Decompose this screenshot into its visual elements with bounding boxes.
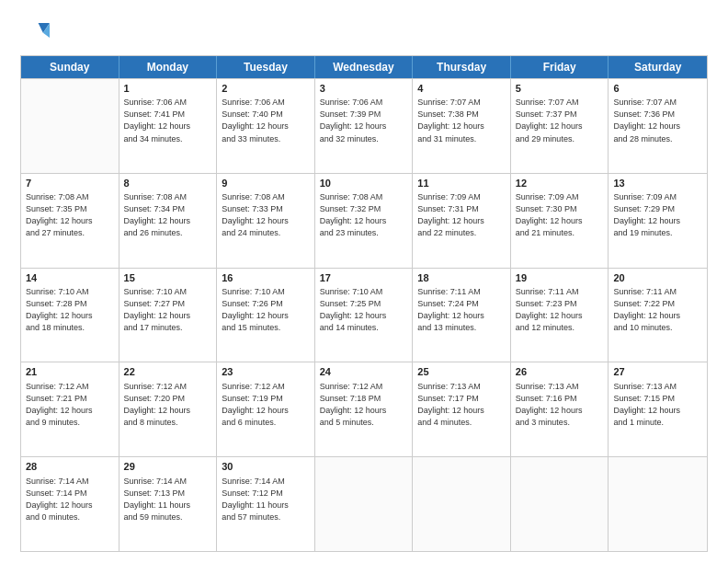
week-row-2: 7Sunrise: 7:08 AM Sunset: 7:35 PM Daylig… [21,173,707,268]
day-number: 2 [222,82,310,96]
day-cell-empty [21,79,119,173]
day-cell-13: 13Sunrise: 7:09 AM Sunset: 7:29 PM Dayli… [609,174,707,268]
cell-info: Sunrise: 7:12 AM Sunset: 7:20 PM Dayligh… [124,381,212,429]
calendar-header: SundayMondayTuesdayWednesdayThursdayFrid… [21,56,707,78]
day-cell-29: 29Sunrise: 7:14 AM Sunset: 7:13 PM Dayli… [119,457,218,551]
cell-info: Sunrise: 7:13 AM Sunset: 7:16 PM Dayligh… [516,381,604,429]
day-header-saturday: Saturday [609,56,707,78]
day-cell-18: 18Sunrise: 7:11 AM Sunset: 7:24 PM Dayli… [413,269,511,362]
day-cell-6: 6Sunrise: 7:07 AM Sunset: 7:36 PM Daylig… [609,79,707,173]
cell-info: Sunrise: 7:10 AM Sunset: 7:27 PM Dayligh… [124,286,212,334]
day-cell-23: 23Sunrise: 7:12 AM Sunset: 7:19 PM Dayli… [217,362,315,456]
day-number: 4 [417,82,506,96]
cell-info: Sunrise: 7:11 AM Sunset: 7:22 PM Dayligh… [613,286,702,334]
cell-info: Sunrise: 7:14 AM Sunset: 7:13 PM Dayligh… [124,476,212,523]
day-cell-10: 10Sunrise: 7:08 AM Sunset: 7:32 PM Dayli… [315,174,414,268]
day-cell-7: 7Sunrise: 7:08 AM Sunset: 7:35 PM Daylig… [21,174,119,268]
day-number: 15 [124,271,212,285]
day-number: 10 [320,177,408,190]
day-header-monday: Monday [119,56,218,78]
day-header-sunday: Sunday [21,56,119,78]
day-cell-27: 27Sunrise: 7:13 AM Sunset: 7:15 PM Dayli… [609,362,707,456]
day-cell-empty [511,457,609,551]
day-number: 8 [124,177,212,190]
cell-info: Sunrise: 7:06 AM Sunset: 7:41 PM Dayligh… [124,97,212,144]
day-cell-8: 8Sunrise: 7:08 AM Sunset: 7:34 PM Daylig… [119,174,218,268]
page-header [20,17,708,46]
day-number: 12 [516,177,604,190]
calendar-body: 1Sunrise: 7:06 AM Sunset: 7:41 PM Daylig… [21,78,707,551]
day-number: 30 [222,460,310,474]
day-number: 20 [613,271,702,285]
cell-info: Sunrise: 7:10 AM Sunset: 7:26 PM Dayligh… [222,286,310,334]
day-cell-26: 26Sunrise: 7:13 AM Sunset: 7:16 PM Dayli… [511,362,609,456]
day-cell-1: 1Sunrise: 7:06 AM Sunset: 7:41 PM Daylig… [119,79,218,173]
cell-info: Sunrise: 7:14 AM Sunset: 7:14 PM Dayligh… [26,476,114,523]
day-number: 3 [320,82,408,96]
day-number: 23 [222,365,310,379]
day-cell-empty [413,457,511,551]
cell-info: Sunrise: 7:08 AM Sunset: 7:34 PM Dayligh… [124,191,212,239]
cell-info: Sunrise: 7:11 AM Sunset: 7:24 PM Dayligh… [417,286,506,334]
cell-info: Sunrise: 7:09 AM Sunset: 7:31 PM Dayligh… [417,191,506,239]
cell-info: Sunrise: 7:13 AM Sunset: 7:17 PM Dayligh… [417,381,506,429]
day-cell-15: 15Sunrise: 7:10 AM Sunset: 7:27 PM Dayli… [119,269,218,362]
day-cell-28: 28Sunrise: 7:14 AM Sunset: 7:14 PM Dayli… [21,457,119,551]
day-cell-3: 3Sunrise: 7:06 AM Sunset: 7:39 PM Daylig… [315,79,414,173]
day-number: 24 [320,365,408,379]
day-cell-9: 9Sunrise: 7:08 AM Sunset: 7:33 PM Daylig… [217,174,315,268]
cell-info: Sunrise: 7:09 AM Sunset: 7:29 PM Dayligh… [613,191,702,239]
day-cell-4: 4Sunrise: 7:07 AM Sunset: 7:38 PM Daylig… [413,79,511,173]
day-number: 11 [417,177,506,190]
day-cell-21: 21Sunrise: 7:12 AM Sunset: 7:21 PM Dayli… [21,362,119,456]
day-cell-17: 17Sunrise: 7:10 AM Sunset: 7:25 PM Dayli… [315,269,414,362]
day-header-thursday: Thursday [413,56,511,78]
day-cell-11: 11Sunrise: 7:09 AM Sunset: 7:31 PM Dayli… [413,174,511,268]
day-header-wednesday: Wednesday [315,56,414,78]
day-header-friday: Friday [511,56,609,78]
day-number: 27 [613,365,702,379]
day-number: 26 [516,365,604,379]
day-number: 18 [417,271,506,285]
cell-info: Sunrise: 7:07 AM Sunset: 7:38 PM Dayligh… [417,97,506,144]
logo [20,17,53,46]
week-row-3: 14Sunrise: 7:10 AM Sunset: 7:28 PM Dayli… [21,268,707,362]
week-row-1: 1Sunrise: 7:06 AM Sunset: 7:41 PM Daylig… [21,78,707,173]
cell-info: Sunrise: 7:10 AM Sunset: 7:28 PM Dayligh… [26,286,114,334]
day-number: 16 [222,271,310,285]
day-header-tuesday: Tuesday [217,56,315,78]
day-cell-30: 30Sunrise: 7:14 AM Sunset: 7:12 PM Dayli… [217,457,315,551]
day-number: 6 [613,82,702,96]
cell-info: Sunrise: 7:09 AM Sunset: 7:30 PM Dayligh… [516,191,604,239]
day-number: 21 [26,365,114,379]
cell-info: Sunrise: 7:14 AM Sunset: 7:12 PM Dayligh… [222,476,310,523]
cell-info: Sunrise: 7:08 AM Sunset: 7:32 PM Dayligh… [320,191,408,239]
week-row-4: 21Sunrise: 7:12 AM Sunset: 7:21 PM Dayli… [21,362,707,456]
day-number: 17 [320,271,408,285]
cell-info: Sunrise: 7:12 AM Sunset: 7:18 PM Dayligh… [320,381,408,429]
day-number: 5 [516,82,604,96]
day-cell-16: 16Sunrise: 7:10 AM Sunset: 7:26 PM Dayli… [217,269,315,362]
day-cell-20: 20Sunrise: 7:11 AM Sunset: 7:22 PM Dayli… [609,269,707,362]
cell-info: Sunrise: 7:12 AM Sunset: 7:19 PM Dayligh… [222,381,310,429]
cell-info: Sunrise: 7:13 AM Sunset: 7:15 PM Dayligh… [613,381,702,429]
day-cell-5: 5Sunrise: 7:07 AM Sunset: 7:37 PM Daylig… [511,79,609,173]
day-number: 14 [26,271,114,285]
day-cell-25: 25Sunrise: 7:13 AM Sunset: 7:17 PM Dayli… [413,362,511,456]
day-cell-19: 19Sunrise: 7:11 AM Sunset: 7:23 PM Dayli… [511,269,609,362]
day-number: 22 [124,365,212,379]
day-number: 7 [26,177,114,190]
day-cell-empty [609,457,707,551]
day-number: 19 [516,271,604,285]
cell-info: Sunrise: 7:08 AM Sunset: 7:35 PM Dayligh… [26,191,114,239]
cell-info: Sunrise: 7:06 AM Sunset: 7:40 PM Dayligh… [222,97,310,144]
day-number: 13 [613,177,702,190]
day-cell-2: 2Sunrise: 7:06 AM Sunset: 7:40 PM Daylig… [217,79,315,173]
day-number: 9 [222,177,310,190]
day-cell-14: 14Sunrise: 7:10 AM Sunset: 7:28 PM Dayli… [21,269,119,362]
day-number: 25 [417,365,506,379]
cell-info: Sunrise: 7:07 AM Sunset: 7:37 PM Dayligh… [516,97,604,144]
cell-info: Sunrise: 7:12 AM Sunset: 7:21 PM Dayligh… [26,381,114,429]
day-cell-12: 12Sunrise: 7:09 AM Sunset: 7:30 PM Dayli… [511,174,609,268]
cell-info: Sunrise: 7:10 AM Sunset: 7:25 PM Dayligh… [320,286,408,334]
